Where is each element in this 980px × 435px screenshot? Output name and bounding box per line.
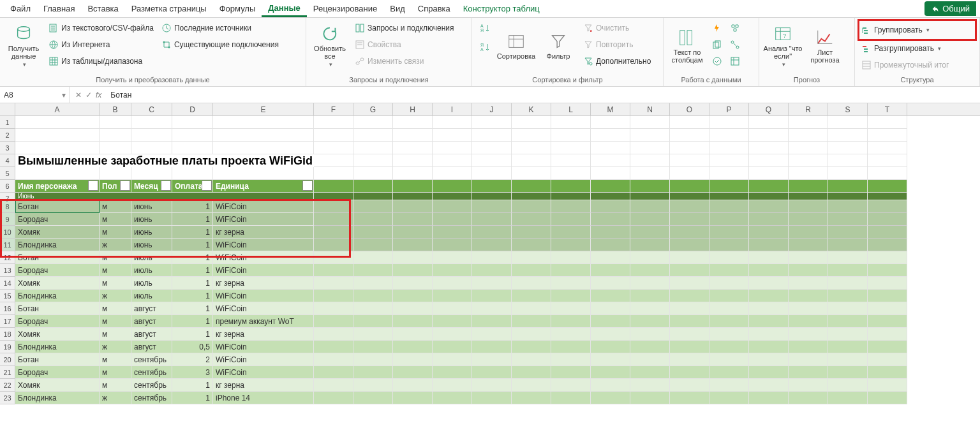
sort-desc-button[interactable]: ЯА xyxy=(476,40,494,55)
forecast-sheet-button[interactable]: Лист прогноза xyxy=(805,20,845,71)
col-header-N[interactable]: N xyxy=(630,103,670,115)
tab-page-layout[interactable]: Разметка страницы xyxy=(125,1,213,16)
table-cell[interactable]: июнь xyxy=(131,213,172,226)
table-cell[interactable]: м xyxy=(100,277,131,290)
col-header-L[interactable]: L xyxy=(551,103,591,115)
row-header-1[interactable]: 1 xyxy=(0,116,15,129)
table-cell[interactable]: Хомяк xyxy=(15,379,100,392)
table-cell[interactable]: Хомяк xyxy=(15,328,100,341)
row-header-7[interactable]: 7 xyxy=(0,193,15,200)
row-header-2[interactable]: 2 xyxy=(0,129,15,142)
col-header-D[interactable]: D xyxy=(172,103,213,115)
col-header-J[interactable]: J xyxy=(472,103,512,115)
col-header-I[interactable]: I xyxy=(433,103,472,115)
row-header-18[interactable]: 18 xyxy=(0,328,15,341)
table-cell[interactable]: Ботан xyxy=(15,200,100,213)
table-cell[interactable]: 1 xyxy=(172,392,213,404)
table-cell[interactable]: июнь xyxy=(131,200,172,213)
table-cell[interactable]: 1 xyxy=(172,213,213,226)
table-cell[interactable]: 1 xyxy=(172,379,213,392)
row-header-20[interactable]: 20 xyxy=(0,353,15,366)
from-web-button[interactable]: Из Интернета xyxy=(46,37,156,52)
table-cell[interactable]: м xyxy=(100,213,131,226)
cells-area[interactable]: Вымышленные заработные платы проекта WiF… xyxy=(15,116,980,404)
table-cell[interactable]: м xyxy=(100,251,131,264)
table-cell[interactable]: Блондинка xyxy=(15,290,100,302)
consolidate-button[interactable] xyxy=(727,20,743,36)
col-header-C[interactable]: C xyxy=(131,103,172,115)
col-header-F[interactable]: F xyxy=(314,103,353,115)
table-header[interactable]: Оплата▾ xyxy=(172,180,213,193)
table-cell[interactable]: ж xyxy=(100,392,131,404)
table-cell[interactable]: июнь xyxy=(131,226,172,239)
row-header-6[interactable]: 6 xyxy=(0,180,15,193)
table-cell[interactable]: WiFiCoin xyxy=(213,264,314,277)
table-cell[interactable]: Ботан xyxy=(15,302,100,315)
table-cell[interactable]: кг зерна xyxy=(213,277,314,290)
table-cell[interactable]: WiFiCoin xyxy=(213,290,314,302)
formula-input[interactable]: Ботан xyxy=(107,91,980,100)
table-cell[interactable]: премиум аккаунт WoT xyxy=(213,315,314,328)
col-header-R[interactable]: R xyxy=(789,103,828,115)
table-cell[interactable]: Хомяк xyxy=(15,226,100,239)
data-model-button[interactable] xyxy=(727,54,743,69)
sheet-title[interactable]: Вымышленные заработные платы проекта WiF… xyxy=(15,154,314,167)
table-cell[interactable]: Ботан xyxy=(15,251,100,264)
row-header-17[interactable]: 17 xyxy=(0,315,15,328)
table-cell[interactable]: август xyxy=(131,315,172,328)
table-cell[interactable]: Блондинка xyxy=(15,392,100,404)
table-cell[interactable]: кг зерна xyxy=(213,226,314,239)
tab-insert[interactable]: Вставка xyxy=(81,1,124,16)
fx-icon[interactable]: fx xyxy=(96,91,101,100)
table-cell[interactable]: м xyxy=(100,366,131,379)
table-cell[interactable]: м xyxy=(100,379,131,392)
from-csv-button[interactable]: Из текстового/CSV-файла xyxy=(46,20,156,36)
table-cell[interactable]: август xyxy=(131,341,172,353)
tab-data[interactable]: Данные xyxy=(262,1,307,17)
row-header-22[interactable]: 22 xyxy=(0,379,15,392)
filter-dropdown-icon[interactable]: ▾ xyxy=(302,181,313,191)
table-cell[interactable]: ж xyxy=(100,290,131,302)
table-cell[interactable]: WiFiCoin xyxy=(213,213,314,226)
table-cell[interactable]: 1 xyxy=(172,239,213,251)
row-header-11[interactable]: 11 xyxy=(0,239,15,251)
what-if-button[interactable]: ? Анализ "что если" xyxy=(763,20,803,71)
table-cell[interactable]: 1 xyxy=(172,290,213,302)
recent-sources-button[interactable]: Последние источники xyxy=(159,20,281,36)
row-header-15[interactable]: 15 xyxy=(0,290,15,302)
tab-help[interactable]: Справка xyxy=(412,1,457,16)
table-cell[interactable]: кг зерна xyxy=(213,379,314,392)
row-header-3[interactable]: 3 xyxy=(0,142,15,154)
table-cell[interactable]: 2 xyxy=(172,353,213,366)
table-cell[interactable]: Хомяк xyxy=(15,277,100,290)
table-cell[interactable]: 1 xyxy=(172,277,213,290)
col-header-M[interactable]: M xyxy=(591,103,630,115)
table-cell[interactable]: iPhone 14 xyxy=(213,392,314,404)
table-cell[interactable]: м xyxy=(100,200,131,213)
col-header-B[interactable]: B xyxy=(100,103,131,115)
existing-connections-button[interactable]: Существующие подключения xyxy=(159,37,281,52)
table-cell[interactable]: м xyxy=(100,328,131,341)
table-cell[interactable]: Бородач xyxy=(15,366,100,379)
name-box[interactable]: A8 ▾ xyxy=(0,87,70,103)
flash-fill-button[interactable] xyxy=(709,20,725,36)
row-header-14[interactable]: 14 xyxy=(0,277,15,290)
table-cell[interactable]: Ботан xyxy=(15,353,100,366)
table-cell[interactable]: август xyxy=(131,328,172,341)
table-cell[interactable]: 1 xyxy=(172,264,213,277)
table-cell[interactable]: сентябрь xyxy=(131,366,172,379)
table-cell[interactable]: сентябрь xyxy=(131,353,172,366)
table-cell[interactable]: сентябрь xyxy=(131,392,172,404)
row-header-23[interactable]: 23 xyxy=(0,392,15,404)
ungroup-button[interactable]: Разгруппировать xyxy=(859,41,976,56)
refresh-all-button[interactable]: Обновить все xyxy=(310,20,350,71)
table-cell[interactable]: 1 xyxy=(172,200,213,213)
spreadsheet-grid[interactable]: A B C D E F G H I J K L M N O P Q R S T … xyxy=(0,103,980,435)
table-cell[interactable]: ж xyxy=(100,239,131,251)
table-cell[interactable]: WiFiCoin xyxy=(213,366,314,379)
remove-duplicates-button[interactable] xyxy=(709,37,725,52)
group-button[interactable]: Группировать xyxy=(859,20,976,40)
tab-table-design[interactable]: Конструктор таблиц xyxy=(457,1,546,16)
group-row-label[interactable]: Июнь xyxy=(15,193,314,200)
table-cell[interactable]: м xyxy=(100,302,131,315)
